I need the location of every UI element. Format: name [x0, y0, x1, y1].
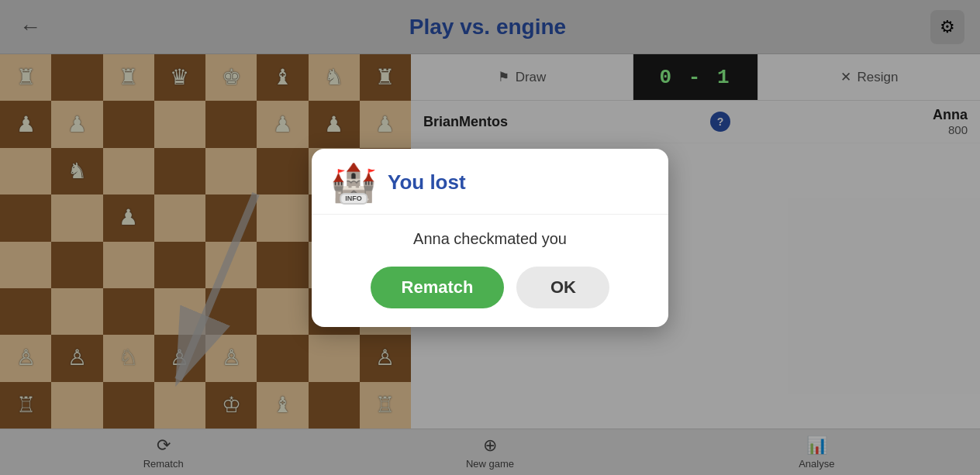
info-badge: INFO: [340, 193, 368, 205]
dialog-header: 🏰 INFO You lost: [312, 149, 668, 215]
dialog-title: You lost: [388, 170, 466, 194]
rematch-button[interactable]: Rematch: [371, 267, 505, 308]
dialog-buttons: Rematch OK: [330, 267, 650, 308]
dialog-message: Anna checkmated you: [330, 230, 650, 248]
dialog-overlay: 🏰 INFO You lost Anna checkmated you Rema…: [0, 0, 980, 475]
dialog: 🏰 INFO You lost Anna checkmated you Rema…: [312, 149, 668, 327]
dialog-body: Anna checkmated you Rematch OK: [312, 215, 668, 327]
ok-button[interactable]: OK: [516, 267, 609, 308]
dialog-mascot: 🏰 INFO: [330, 164, 377, 201]
